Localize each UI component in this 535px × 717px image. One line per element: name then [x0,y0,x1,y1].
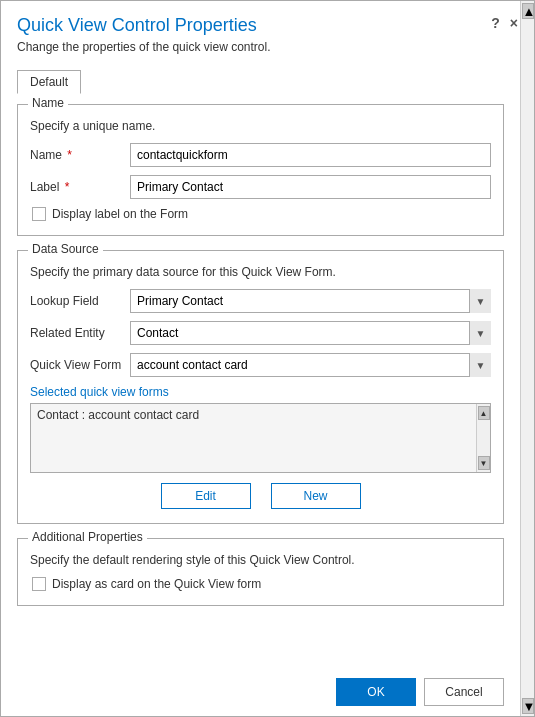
lookup-select-wrapper: Primary Contact ▼ [130,289,491,313]
additional-section-desc: Specify the default rendering style of t… [30,553,491,567]
name-section: Name Specify a unique name. Name * Label… [17,104,504,236]
datasource-section: Data Source Specify the primary data sou… [17,250,504,524]
dialog-footer: OK Cancel [1,668,534,716]
dialog-subtitle: Change the properties of the quick view … [17,40,518,54]
entity-select[interactable]: Contact [130,321,491,345]
vertical-scrollbar: ▲ ▼ [520,1,534,716]
card-checkbox-label: Display as card on the Quick View form [52,577,261,591]
edit-new-row: Edit New [30,483,491,509]
quickviewform-row: Quick View Form account contact card ▼ [30,353,491,377]
new-button[interactable]: New [271,483,361,509]
datasource-section-legend: Data Source [28,242,103,256]
card-checkbox-row: Display as card on the Quick View form [32,577,491,591]
display-label-checkbox-row: Display label on the Form [32,207,491,221]
dialog-title: Quick View Control Properties [17,15,518,36]
selected-forms-label: Selected quick view forms [30,385,491,399]
name-label: Name * [30,148,130,162]
quickviewform-select-wrapper: account contact card ▼ [130,353,491,377]
selected-forms-scroll-up[interactable]: ▲ [478,406,490,420]
dialog-container: Quick View Control Properties Change the… [0,0,535,717]
name-input[interactable] [130,143,491,167]
label-row: Label * [30,175,491,199]
additional-section: Additional Properties Specify the defaul… [17,538,504,606]
lookup-select[interactable]: Primary Contact [130,289,491,313]
cancel-button[interactable]: Cancel [424,678,504,706]
tab-default[interactable]: Default [17,70,81,94]
card-checkbox[interactable] [32,577,46,591]
selected-forms-scroll-down[interactable]: ▼ [478,456,490,470]
entity-select-wrapper: Contact ▼ [130,321,491,345]
name-required-star: * [64,148,72,162]
label-input[interactable] [130,175,491,199]
edit-button[interactable]: Edit [161,483,251,509]
dialog-body: Default Name Specify a unique name. Name… [1,60,534,668]
scroll-up-button[interactable]: ▲ [522,3,534,19]
label-label: Label * [30,180,130,194]
header-icons: ? × [491,15,518,31]
entity-row: Related Entity Contact ▼ [30,321,491,345]
close-icon[interactable]: × [510,15,518,31]
lookup-row: Lookup Field Primary Contact ▼ [30,289,491,313]
datasource-section-desc: Specify the primary data source for this… [30,265,491,279]
name-section-desc: Specify a unique name. [30,119,491,133]
quickviewform-label: Quick View Form [30,358,130,372]
selected-forms-box: Contact : account contact card ▲ ▼ [30,403,491,473]
name-section-legend: Name [28,96,68,110]
display-label-checkbox[interactable] [32,207,46,221]
additional-section-legend: Additional Properties [28,530,147,544]
scroll-down-button[interactable]: ▼ [522,698,534,714]
name-row: Name * [30,143,491,167]
dialog-header: Quick View Control Properties Change the… [1,1,534,60]
entity-label: Related Entity [30,326,130,340]
ok-button[interactable]: OK [336,678,416,706]
quickviewform-select[interactable]: account contact card [130,353,491,377]
selected-forms-item: Contact : account contact card [37,408,199,422]
selected-forms-scrollbar: ▲ ▼ [476,404,490,472]
lookup-label: Lookup Field [30,294,130,308]
help-icon[interactable]: ? [491,15,500,31]
tabs-container: Default [17,70,504,94]
label-required-star: * [61,180,69,194]
display-label-checkbox-label: Display label on the Form [52,207,188,221]
